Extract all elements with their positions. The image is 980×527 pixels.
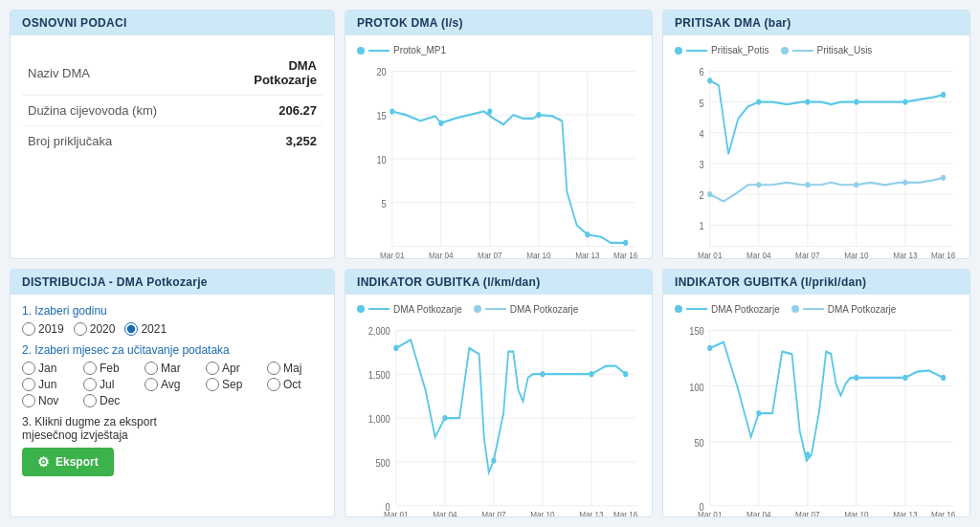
indikator1-title: INDIKATOR GUBITKA (l/km/dan) (345, 270, 652, 295)
radio-maj[interactable]: Maj (267, 362, 323, 375)
radio-mar[interactable]: Mar (145, 362, 200, 375)
radio-input-sep[interactable] (206, 378, 219, 391)
radio-dec[interactable]: Dec (83, 394, 139, 407)
pritisak-card: PRITISAK DMA (bar) Pritisak_Potis Pritis… (662, 10, 970, 259)
radio-label-sep: Sep (222, 378, 242, 391)
month-grid: Jan Feb Mar Apr Maj Jun Jul Avg Sep Oct … (22, 362, 323, 407)
legend-label-2a: DMA Potkozarje (711, 304, 780, 315)
indikator2-svg: 150 100 50 0 Mar 01 Mar 04 Mar 07 Mar 10… (675, 318, 958, 518)
svg-point-61 (941, 175, 946, 181)
radio-2021[interactable]: 2021 (124, 322, 167, 336)
radio-input-dec[interactable] (83, 394, 97, 407)
svg-text:1,000: 1,000 (368, 413, 390, 425)
svg-point-59 (854, 182, 858, 187)
label-prikljucak: Broj priključaka (22, 126, 218, 157)
legend-line-2 (792, 50, 813, 52)
radio-label-apr: Apr (222, 362, 240, 375)
legend-label-1a: DMA Potkozarje (393, 304, 462, 315)
radio-jun[interactable]: Jun (22, 378, 78, 391)
legend-dot-1a (357, 305, 365, 313)
legend-item-usis: Pritisak_Usis (781, 45, 873, 55)
indikator1-chart: 2,000 1,500 1,000 500 0 Mar 01 Mar 04 Ma… (357, 318, 640, 518)
radio-input-mar[interactable] (145, 362, 158, 375)
radio-input-oct[interactable] (267, 378, 280, 391)
legend-line-1 (686, 50, 707, 52)
svg-point-56 (707, 191, 712, 197)
svg-text:Mar 16: Mar 16 (613, 509, 637, 517)
distribucija-title: DISTRIBUCIJA - DMA Potkozarje (11, 270, 334, 295)
radio-jul[interactable]: Jul (83, 378, 139, 391)
radio-jan[interactable]: Jan (22, 362, 78, 375)
protok-chart: 20 15 10 5 Mar 01 Mar 04 Mar 07 Mar 10 M… (357, 59, 640, 259)
radio-input-2019[interactable] (22, 322, 35, 336)
svg-point-22 (487, 108, 492, 114)
radio-input-nov[interactable] (22, 394, 35, 407)
radio-label-feb: Feb (100, 362, 120, 375)
legend-item-2b: DMA Potkozarje (791, 304, 897, 315)
excel-icon: ⚙ (37, 454, 50, 470)
legend-label-1b: DMA Potkozarje (510, 304, 579, 315)
radio-input-2021[interactable] (124, 322, 138, 336)
radio-input-jul[interactable] (83, 378, 97, 391)
radio-nov[interactable]: Nov (22, 394, 78, 407)
protok-title: PROTOK DMA (l/s) (345, 11, 652, 35)
svg-point-55 (941, 92, 946, 98)
radio-avg[interactable]: Avg (145, 378, 200, 391)
radio-sep[interactable]: Sep (206, 378, 261, 391)
radio-input-apr[interactable] (206, 362, 219, 375)
svg-text:50: 50 (694, 436, 704, 448)
svg-text:Mar 07: Mar 07 (478, 250, 501, 258)
radio-input-jan[interactable] (22, 362, 35, 375)
svg-text:Mar 04: Mar 04 (429, 250, 453, 258)
radio-feb[interactable]: Feb (83, 362, 139, 375)
svg-point-112 (902, 374, 907, 380)
svg-text:Mar 04: Mar 04 (746, 509, 770, 517)
svg-point-54 (902, 99, 907, 104)
radio-input-feb[interactable] (83, 362, 97, 375)
radio-input-avg[interactable] (145, 378, 158, 391)
svg-text:1,500: 1,500 (368, 369, 390, 381)
svg-text:15: 15 (376, 110, 387, 121)
protok-legend: Protok_MP1 (357, 45, 640, 55)
svg-point-25 (623, 240, 628, 246)
legend-item-2a: DMA Potkozarje (675, 304, 780, 315)
legend-label-2: Pritisak_Usis (817, 45, 873, 55)
protok-svg: 20 15 10 5 Mar 01 Mar 04 Mar 07 Mar 10 M… (357, 59, 640, 259)
svg-point-24 (585, 231, 590, 237)
radio-oct[interactable]: Oct (267, 378, 323, 391)
svg-text:5: 5 (382, 198, 387, 209)
legend-dot-1 (675, 47, 682, 55)
legend-line-2b (803, 308, 824, 310)
dashboard: OSNOVNI PODACI Naziv DMA DMAPotkozarje D… (10, 10, 970, 517)
year-radio-group: 2019 2020 2021 (22, 322, 323, 336)
indikator2-title: INDIKATOR GUBITKA (l/prikl/dan) (663, 270, 969, 295)
radio-input-maj[interactable] (267, 362, 280, 375)
svg-text:Mar 04: Mar 04 (433, 509, 457, 517)
radio-input-2020[interactable] (74, 322, 87, 336)
svg-text:Mar 04: Mar 04 (746, 250, 770, 258)
svg-text:Mar 13: Mar 13 (575, 250, 599, 258)
svg-text:150: 150 (689, 325, 704, 337)
svg-point-53 (854, 99, 858, 104)
indikator2-chart: 150 100 50 0 Mar 01 Mar 04 Mar 07 Mar 10… (675, 318, 958, 518)
indikator1-svg: 2,000 1,500 1,000 500 0 Mar 01 Mar 04 Ma… (357, 318, 640, 518)
eksport-button[interactable]: ⚙ Eksport (22, 448, 114, 476)
osnovni-podaci-title: OSNOVNI PODACI (11, 11, 334, 35)
pritisak-svg: 6 5 4 3 2 1 Mar 01 Mar 04 Mar 07 Mar 10 … (675, 59, 958, 259)
pritisak-chart: 6 5 4 3 2 1 Mar 01 Mar 04 Mar 07 Mar 10 … (675, 59, 958, 259)
radio-label-nov: Nov (38, 394, 58, 407)
value-prikljucak: 3,252 (218, 126, 323, 157)
legend-label: Protok_MP1 (393, 45, 446, 55)
radio-2020[interactable]: 2020 (74, 322, 116, 336)
table-row: Broj priključaka 3,252 (22, 126, 323, 157)
svg-text:Mar 01: Mar 01 (698, 250, 722, 258)
label-naziv: Naziv DMA (22, 51, 218, 96)
radio-2019[interactable]: 2019 (22, 322, 64, 336)
svg-text:20: 20 (376, 67, 387, 78)
radio-apr[interactable]: Apr (206, 362, 261, 375)
indikator1-card: INDIKATOR GUBITKA (l/km/dan) DMA Potkoza… (345, 269, 653, 518)
radio-label-avg: Avg (161, 378, 180, 391)
radio-label-dec: Dec (100, 394, 120, 407)
radio-input-jun[interactable] (22, 378, 35, 391)
radio-label-mar: Mar (161, 362, 181, 375)
